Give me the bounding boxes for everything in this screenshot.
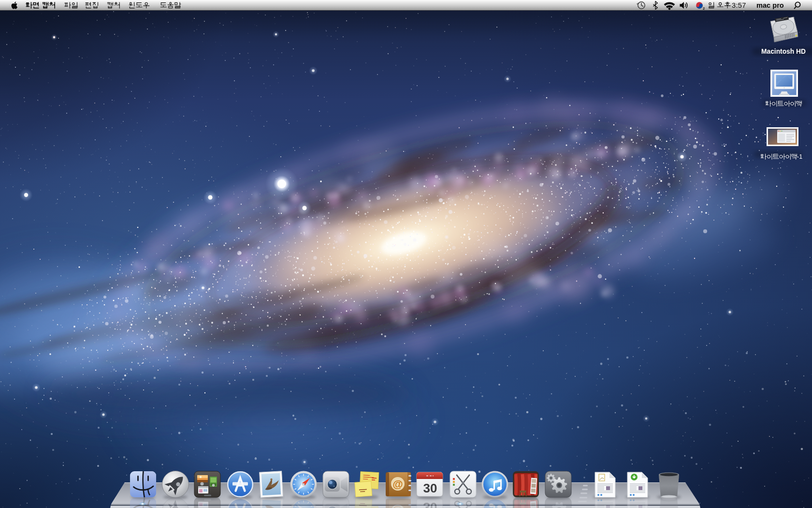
svg-text:2: 2: [703, 6, 705, 11]
svg-text:30: 30: [423, 481, 437, 495]
svg-text:30: 30: [423, 500, 437, 508]
svg-text:@: @: [392, 505, 403, 508]
svg-text:3:57: 3:57: [732, 1, 746, 9]
svg-text:mac pro: mac pro: [756, 1, 784, 9]
svg-text:@: @: [392, 478, 403, 490]
